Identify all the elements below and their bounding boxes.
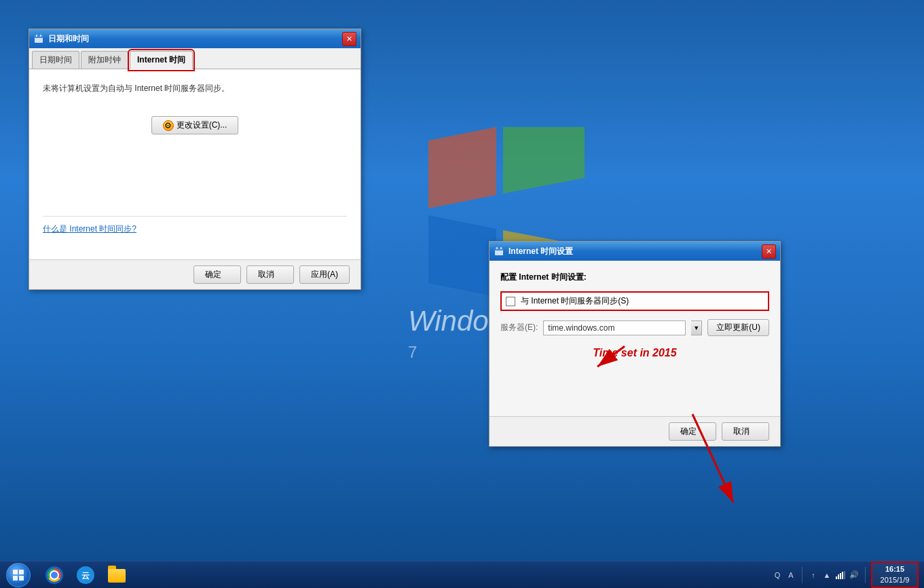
tray-a-icon[interactable]: A xyxy=(786,570,796,581)
datetime-ok-button[interactable]: 确定 xyxy=(193,265,241,284)
datetime-cancel-button[interactable]: 取消 xyxy=(246,265,294,284)
taskbar-chrome[interactable] xyxy=(39,563,69,587)
sync-checkbox[interactable] xyxy=(506,297,515,306)
inet-content: 配置 Internet 时间设置: 与 Internet 时间服务器同步(S) … xyxy=(489,261,780,416)
svg-rect-15 xyxy=(13,576,18,581)
inet-config-header: 配置 Internet 时间设置: xyxy=(500,272,769,283)
tray-network-icon[interactable] xyxy=(835,570,846,581)
tab-datetime[interactable]: 日期时间 xyxy=(32,51,79,69)
clock-time: 16:15 xyxy=(876,564,913,574)
tab-extra-clock[interactable]: 附加时钟 xyxy=(81,51,128,69)
server-label: 服务器(E): xyxy=(500,322,538,333)
svg-rect-14 xyxy=(19,570,24,574)
server-dropdown[interactable]: ▼ xyxy=(691,320,702,335)
datetime-dialog-title: 日期和时间 xyxy=(48,33,338,45)
sync-checkbox-row: 与 Internet 时间服务器同步(S) xyxy=(500,291,769,311)
svg-rect-22 xyxy=(842,572,843,579)
clock-date: 2015/1/9 xyxy=(876,575,913,585)
svg-rect-3 xyxy=(35,35,43,38)
arrow-space xyxy=(500,365,769,405)
tray-volume-icon[interactable]: 🔊 xyxy=(849,570,860,581)
datetime-footer: 确定 取消 应用(A) xyxy=(29,259,361,289)
inet-cancel-button[interactable]: 取消 xyxy=(722,422,769,441)
clock[interactable]: 16:15 2015/1/9 xyxy=(871,562,919,588)
inet-dialog: Internet 时间设置 ✕ 配置 Internet 时间设置: 与 Inte… xyxy=(489,241,781,447)
annotation-text: Time set in 2015 xyxy=(500,347,769,359)
svg-rect-19 xyxy=(836,576,837,579)
datetime-tab-bar: 日期时间 附加时钟 Internet 时间 xyxy=(29,48,361,69)
svg-rect-20 xyxy=(838,574,839,579)
datetime-title-icon xyxy=(33,33,44,44)
inet-footer: 确定 取消 xyxy=(489,416,780,446)
tab-internet-time[interactable]: Internet 时间 xyxy=(130,51,193,69)
datetime-dialog-titlebar[interactable]: 日期和时间 ✕ xyxy=(29,29,361,48)
settings-icon: ⚙ xyxy=(163,120,174,131)
svg-rect-7 xyxy=(495,248,503,251)
server-row: 服务器(E): ▼ 立即更新(U) xyxy=(500,319,769,336)
chrome-icon xyxy=(45,566,63,584)
svg-rect-16 xyxy=(19,576,24,581)
inet-title-icon xyxy=(494,246,504,257)
tray-up-icon[interactable]: ↑ xyxy=(808,570,819,581)
internet-time-link[interactable]: 什么是 Internet 时间同步? xyxy=(43,224,136,234)
svg-rect-23 xyxy=(844,571,845,579)
desktop: Windows 7 日期和时间 ✕ 日期时间 附加时钟 Internet 时间 xyxy=(0,0,924,588)
tray-separator-1 xyxy=(802,567,802,583)
start-button[interactable] xyxy=(0,562,37,589)
taskbar-tencent[interactable]: 云 xyxy=(71,563,100,587)
taskbar: 云 Q A ↑ ▲ xyxy=(0,561,924,588)
tray-arrow-icon[interactable]: ▲ xyxy=(821,570,832,581)
taskbar-apps: 云 xyxy=(37,563,766,587)
inet-close-button[interactable]: ✕ xyxy=(762,244,776,259)
datetime-change-area: ⚙ 更改设置(C)... xyxy=(43,103,347,148)
datetime-dialog: 日期和时间 ✕ 日期时间 附加时钟 Internet 时间 未将计算机设置为自动… xyxy=(29,29,361,290)
tray-q-icon[interactable]: Q xyxy=(772,570,783,581)
start-orb[interactable] xyxy=(6,563,31,587)
inet-ok-button[interactable]: 确定 xyxy=(669,422,716,441)
system-tray: Q A ↑ ▲ 🔊 16:15 2015/1/9 xyxy=(766,563,924,587)
svg-text:云: 云 xyxy=(81,571,90,581)
datetime-close-button[interactable]: ✕ xyxy=(342,32,356,46)
inet-dialog-titlebar[interactable]: Internet 时间设置 ✕ xyxy=(489,242,780,261)
tray-separator-2 xyxy=(865,567,866,583)
tencent-icon: 云 xyxy=(77,566,94,584)
datetime-info-text: 未将计算机设置为自动与 Internet 时间服务器同步。 xyxy=(43,83,347,94)
change-settings-button[interactable]: ⚙ 更改设置(C)... xyxy=(151,116,239,134)
svg-rect-13 xyxy=(13,570,18,574)
datetime-apply-button[interactable]: 应用(A) xyxy=(299,265,350,284)
datetime-content: 未将计算机设置为自动与 Internet 时间服务器同步。 ⚙ 更改设置(C).… xyxy=(29,69,361,259)
taskbar-explorer[interactable] xyxy=(102,563,132,587)
sync-label: 与 Internet 时间服务器同步(S) xyxy=(521,295,629,307)
server-input[interactable] xyxy=(543,320,686,335)
svg-rect-21 xyxy=(840,573,841,579)
inet-dialog-title: Internet 时间设置 xyxy=(509,246,758,257)
svg-text:7: 7 xyxy=(408,343,417,361)
update-now-button[interactable]: 立即更新(U) xyxy=(707,319,769,336)
explorer-icon xyxy=(108,566,126,584)
